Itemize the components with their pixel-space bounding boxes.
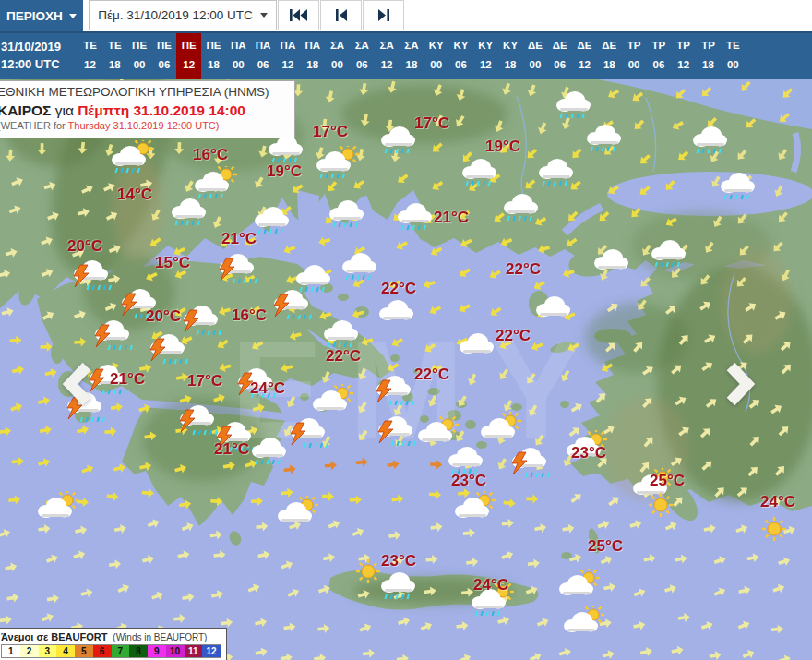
wind-arrow-icon — [246, 582, 261, 594]
wind-arrow-icon — [628, 206, 643, 221]
wind-arrow-icon — [640, 364, 655, 378]
wind-arrow-icon — [360, 335, 374, 347]
timeline-cell-ΚΥ-18[interactable]: ΚΥ18 — [498, 33, 523, 79]
wind-arrow-icon — [704, 115, 719, 130]
timeline-hour-label: 06 — [151, 59, 176, 70]
wind-arrow-icon — [746, 463, 760, 478]
wind-arrow-icon — [676, 332, 691, 347]
timeline-hour-label: 18 — [102, 59, 127, 70]
timeline-cell-ΔΕ-18[interactable]: ΔΕ18 — [597, 33, 622, 79]
timeline-cell-ΣΑ-06[interactable]: ΣΑ06 — [350, 33, 375, 79]
timeline-cell-ΤΕ-00[interactable]: ΤΕ00 — [721, 33, 746, 79]
wind-arrow-icon — [251, 497, 264, 507]
wind-arrow-icon — [461, 587, 474, 598]
wind-arrow-icon — [532, 433, 547, 448]
beaufort-legend: Άνεμοι σε BEAUFORT(Winds in BEAUFORT) 12… — [0, 628, 227, 660]
timeline-cell-ΣΑ-00[interactable]: ΣΑ00 — [325, 33, 350, 79]
wind-arrow-icon — [179, 393, 193, 405]
timeline-day-label: ΤΡ — [671, 40, 696, 51]
wind-arrow-icon — [355, 148, 366, 162]
beaufort-cell-3: 3 — [39, 645, 57, 657]
wind-arrow-icon — [6, 593, 20, 604]
timeline-day-label: ΔΕ — [597, 40, 622, 51]
datetime-dropdown[interactable]: Πέμ. 31/10/2019 12:00 UTC — [89, 0, 277, 30]
timeline-day-label: ΚΥ — [424, 40, 448, 51]
skip-to-start-button[interactable] — [278, 0, 319, 30]
region-dropdown-label: ΠΕΡΙΟΧΗ — [6, 9, 63, 23]
wind-arrow-icon — [496, 457, 509, 472]
wind-arrow-icon — [213, 549, 226, 560]
wind-arrow-icon — [457, 208, 472, 222]
wind-arrow-icon — [0, 527, 12, 540]
timeline-cell-ΤΕ-12[interactable]: ΤΕ12 — [78, 33, 102, 79]
timeline-day-label: ΤΡ — [622, 40, 647, 51]
timeline-cell-ΚΥ-12[interactable]: ΚΥ12 — [473, 33, 498, 79]
wind-arrow-icon — [388, 530, 401, 541]
wind-arrow-icon — [453, 114, 467, 128]
timeline-cell-ΤΡ-12[interactable]: ΤΡ12 — [671, 33, 696, 79]
timeline-cell-ΠΑ-00[interactable]: ΠΑ00 — [226, 33, 251, 79]
timeline-day-label: ΚΥ — [473, 40, 498, 51]
forecast-subtitle: (WEATHER for Thursday 31.10.2019 12:00 U… — [0, 120, 287, 133]
wind-arrow-icon — [487, 172, 502, 186]
timeline-cell-ΠΑ-18[interactable]: ΠΑ18 — [300, 33, 325, 79]
previous-map-button[interactable] — [59, 361, 96, 407]
wind-arrow-icon — [9, 401, 24, 414]
timeline-cell-ΤΡ-00[interactable]: ΤΡ00 — [622, 33, 647, 79]
wind-arrow-icon — [741, 648, 756, 660]
wind-arrow-icon — [246, 304, 261, 318]
wind-arrow-icon — [173, 268, 188, 281]
wind-arrow-icon — [139, 178, 153, 190]
timeline-cell-ΠΑ-06[interactable]: ΠΑ06 — [251, 33, 276, 79]
step-back-button[interactable] — [320, 0, 362, 30]
region-dropdown-button[interactable]: ΠΕΡΙΟΧΗ — [0, 0, 83, 31]
wind-arrow-icon — [562, 309, 577, 322]
wind-arrow-icon — [149, 329, 164, 342]
wind-arrow-icon — [747, 433, 762, 448]
timeline-cell-ΤΡ-18[interactable]: ΤΡ18 — [696, 33, 721, 79]
timeline-cell-ΠΑ-12[interactable]: ΠΑ12 — [275, 33, 300, 79]
wind-arrow-icon — [0, 426, 12, 437]
timeline-hour-label: 12 — [78, 59, 102, 70]
wind-arrow-icon — [734, 211, 749, 226]
timeline-cell-ΔΕ-00[interactable]: ΔΕ00 — [522, 33, 547, 79]
skip-to-start-icon — [290, 9, 307, 21]
next-map-button[interactable] — [722, 361, 758, 407]
timeline-cell-ΠΕ-12[interactable]: ΠΕ12 — [176, 33, 201, 79]
wind-arrow-icon — [242, 234, 257, 248]
wind-arrow-icon — [493, 119, 506, 134]
wind-arrow-icon — [466, 557, 479, 568]
timeline-day-label: ΠΕ — [151, 40, 176, 51]
wind-arrow-icon — [43, 180, 57, 192]
wind-arrow-icon — [602, 649, 615, 660]
timeline-cell-ΚΥ-06[interactable]: ΚΥ06 — [448, 33, 473, 79]
timeline-cell-ΤΡ-06[interactable]: ΤΡ06 — [646, 33, 671, 79]
timeline-cell-ΠΕ-18[interactable]: ΠΕ18 — [201, 33, 226, 79]
step-forward-button[interactable] — [363, 0, 404, 30]
wind-arrow-icon — [257, 549, 271, 560]
timeline-cell-ΔΕ-06[interactable]: ΔΕ06 — [547, 33, 572, 79]
timeline-cell-ΣΑ-12[interactable]: ΣΑ12 — [375, 33, 400, 79]
beaufort-cell-11: 11 — [185, 645, 203, 657]
wind-arrow-icon — [432, 83, 445, 98]
wind-arrow-icon — [525, 584, 540, 597]
timeline-cell-ΔΕ-12[interactable]: ΔΕ12 — [572, 33, 597, 79]
timeline-cell-ΚΥ-00[interactable]: ΚΥ00 — [424, 33, 448, 79]
timeline-cell-ΠΕ-06[interactable]: ΠΕ06 — [151, 33, 176, 79]
wind-arrow-icon — [284, 394, 298, 409]
timeline-cell-ΤΕ-18[interactable]: ΤΕ18 — [102, 33, 127, 79]
timeline-cell-ΠΕ-00[interactable]: ΠΕ00 — [127, 33, 152, 79]
timeline-cell-ΣΑ-18[interactable]: ΣΑ18 — [399, 33, 424, 79]
wind-arrow-icon — [700, 619, 715, 632]
wind-arrow-icon — [453, 429, 467, 444]
wind-arrow-icon — [740, 174, 755, 188]
wind-arrow-icon — [777, 556, 791, 568]
forecast-title: ΚΑΙΡΟΣ για Πέμπτη 31.10.2019 14:00 — [0, 102, 287, 119]
wind-arrow-icon — [290, 182, 304, 197]
legend-title-el: Άνεμοι σε BEAUFORT — [1, 631, 107, 642]
wind-arrow-icon — [698, 272, 712, 287]
wind-arrow-icon — [501, 399, 515, 414]
step-back-icon — [336, 9, 347, 21]
wind-arrow-icon — [708, 150, 722, 164]
wind-arrow-icon — [628, 519, 642, 531]
